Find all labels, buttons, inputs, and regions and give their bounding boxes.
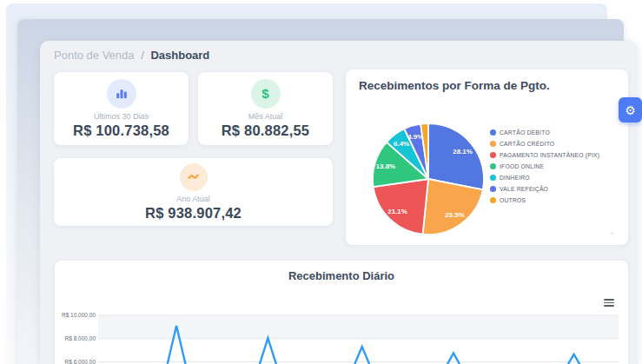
legend-dot-icon [490,175,496,181]
daily-revenue-line-chart [98,308,619,364]
pie-slice-label: 21.1% [387,208,407,215]
stat-value: R$ 100.738,58 [73,122,169,139]
legend-dot-icon [490,129,496,136]
gear-icon: ⚙ [625,104,636,116]
legend-dot-icon [490,163,496,169]
line-chart-card: Recebimento Diário R$ 10.000,00R$ 8.000,… [55,261,628,364]
stray-dot: . [611,227,613,235]
pie-slice-label: 6.4% [394,140,409,148]
stat-label: Últimos 30 Dias [94,112,149,121]
legend-item[interactable]: VALE REFEIÇÃO [490,183,599,195]
hamburger-menu-icon[interactable] [604,299,614,307]
y-axis-tick-label: R$ 10.000,00 [62,312,96,318]
y-axis-tick-label: R$ 6.000,00 [65,359,96,364]
dashboard-panel: Ponto de Venda / Dashboard Últimos 30 Di… [40,41,638,364]
legend-label: CARTÃO DÉBITO [500,129,550,136]
legend-dot-icon [490,152,496,158]
breadcrumb: Ponto de Venda / Dashboard [54,49,209,62]
bar-chart-icon [107,79,136,109]
stat-card-last-30-days: Últimos 30 Dias R$ 100.738,58 [54,72,189,145]
pie-slice-label: 28.1% [453,148,473,156]
settings-button[interactable]: ⚙ [619,97,642,122]
legend-label: CARTÃO CRÉDITO [500,141,554,147]
line-chart-title: Recebimento Diário [55,269,628,282]
legend-dot-icon [490,197,496,203]
pie-slice-label: 13.8% [376,162,396,170]
pie-slice[interactable] [428,123,484,189]
y-axis-tick-label: R$ 8.000,00 [65,335,96,341]
legend-item[interactable]: IFOOD ONLINE [490,161,599,172]
dollar-icon: $ [251,79,281,109]
legend-dot-icon [490,141,496,147]
breadcrumb-current: Dashboard [150,49,209,62]
pie-slice-label: 4.9% [407,133,423,141]
pie-chart-card: Recebimentos por Forma de Pgto. 28.1%23.… [346,69,628,245]
breadcrumb-section[interactable]: Ponto de Venda [54,49,135,62]
legend-label: VALE REFEIÇÃO [500,186,548,192]
legend-dot-icon [490,186,496,192]
stat-value: R$ 938.907,42 [145,205,242,222]
legend-item[interactable]: PAGAMENTO INSTANTÂNEO (PIX) [490,149,599,161]
stat-card-current-month: $ Mês Atual R$ 80.882,55 [198,72,333,145]
legend-label: PAGAMENTO INSTANTÂNEO (PIX) [500,152,599,158]
pie-chart-title: Recebimentos por Forma de Pgto. [359,79,550,92]
breadcrumb-separator: / [137,49,148,62]
stat-card-current-year: Ano Atual R$ 938.907,42 [54,158,333,226]
legend-label: IFOOD ONLINE [500,163,544,169]
legend-label: OUTROS [500,197,526,203]
trend-line-icon [180,163,208,191]
pie-slice-label: 23.5% [445,211,465,219]
legend-label: DINHEIRO [500,175,530,181]
stat-value: R$ 80.882,55 [222,122,309,139]
legend-item[interactable]: DINHEIRO [490,172,599,183]
legend-item[interactable]: CARTÃO DÉBITO [490,127,599,138]
pie-chart-legend: CARTÃO DÉBITOCARTÃO CRÉDITOPAGAMENTO INS… [490,127,599,206]
pie-slice[interactable] [423,179,483,235]
dashboard-page: Ponto de Venda / Dashboard Últimos 30 Di… [0,0,642,364]
stat-label: Ano Atual [176,195,210,203]
legend-item[interactable]: OUTROS [490,195,599,206]
legend-item[interactable]: CARTÃO CRÉDITO [490,138,599,149]
payments-pie-chart: 28.1%23.5%21.1%13.8%6.4%4.9% [370,121,486,237]
stat-label: Mês Atual [248,112,283,121]
pie-slice[interactable] [374,179,428,235]
